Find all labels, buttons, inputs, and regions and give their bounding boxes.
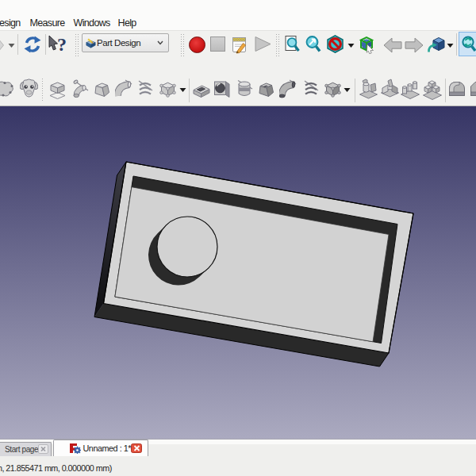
svg-text:?: ? bbox=[57, 34, 67, 55]
